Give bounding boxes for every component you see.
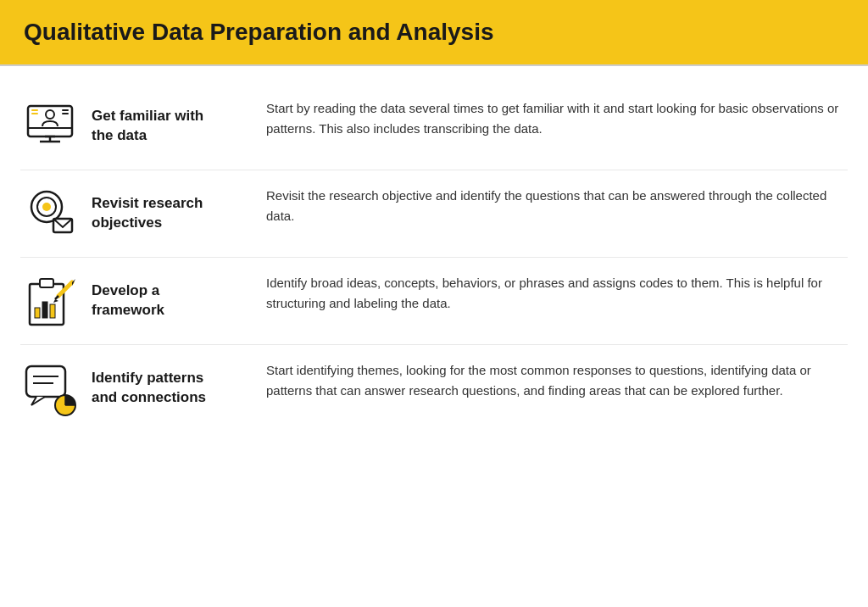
item-desc-patterns: Start identifying themes, looking for th…	[266, 359, 848, 401]
page-header: Qualitative Data Preparation and Analysi…	[0, 0, 868, 66]
chat-pie-icon	[20, 359, 80, 418]
svg-rect-23	[26, 366, 65, 397]
svg-point-5	[46, 110, 54, 119]
svg-marker-22	[53, 299, 58, 303]
svg-marker-21	[72, 279, 75, 286]
list-item: Revisit research objectives Revisit the …	[20, 170, 848, 258]
page-title: Qualitative Data Preparation and Analysi…	[24, 19, 844, 46]
target-mail-icon	[20, 184, 80, 243]
item-left-familiar: Get familiar with the data	[20, 97, 266, 156]
item-left-patterns: Identify patterns and connections	[20, 359, 266, 418]
svg-rect-8	[62, 109, 69, 111]
list-item: Identify patterns and connections Start …	[20, 345, 848, 432]
svg-line-20	[55, 296, 58, 299]
item-left-revisit: Revisit research objectives	[20, 184, 266, 243]
item-label-framework: Develop a framework	[92, 281, 227, 320]
svg-rect-18	[50, 304, 55, 318]
item-desc-revisit: Revisit the research objective and ident…	[266, 184, 848, 226]
list-item: Get familiar with the data Start by read…	[20, 83, 848, 170]
svg-rect-16	[35, 308, 40, 318]
item-label-patterns: Identify patterns and connections	[92, 369, 227, 408]
chart-pencil-icon	[20, 271, 80, 331]
svg-rect-9	[62, 113, 69, 114]
svg-rect-7	[31, 113, 38, 114]
person-screen-icon	[20, 97, 80, 156]
svg-rect-6	[31, 109, 38, 111]
item-desc-framework: Identify broad ideas, concepts, behavior…	[266, 271, 848, 314]
svg-rect-17	[42, 302, 47, 318]
content-area: Get familiar with the data Start by read…	[0, 66, 868, 440]
item-label-revisit: Revisit research objectives	[92, 194, 227, 233]
svg-rect-15	[40, 279, 53, 287]
item-left-framework: Develop a framework	[20, 271, 266, 331]
svg-point-12	[42, 203, 51, 211]
item-label-familiar: Get familiar with the data	[92, 107, 227, 146]
item-desc-familiar: Start by reading the data several times …	[266, 97, 848, 139]
list-item: Develop a framework Identify broad ideas…	[20, 258, 848, 345]
